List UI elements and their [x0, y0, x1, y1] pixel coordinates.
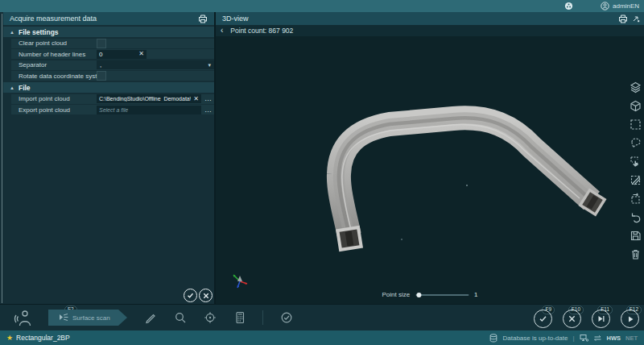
apply-button[interactable]	[184, 289, 197, 302]
point-count-label: Point count: 867 902	[230, 27, 293, 35]
undo-icon[interactable]	[630, 211, 642, 223]
collapse-info-icon[interactable]: ‹	[221, 27, 223, 35]
header-lines-value: 0	[99, 51, 136, 58]
view3d-header: 3D-view	[216, 12, 644, 25]
clear-value-icon[interactable]: ✕	[138, 51, 144, 57]
surface-scan-label: Surface scan	[72, 314, 110, 322]
field-label: Separator	[19, 61, 97, 69]
lasso-selection-icon[interactable]	[630, 137, 642, 149]
active-part-name[interactable]: Rectangular_2BP	[16, 334, 70, 342]
row-separator: Separator , ▾	[11, 60, 214, 70]
separator-select[interactable]: , ▾	[97, 60, 214, 69]
import-path-input[interactable]: C:\BendingStudio\Offline_Demodata\Demo_p…	[97, 94, 201, 103]
user-label: adminEN	[613, 2, 639, 10]
edit-pencil-icon[interactable]	[144, 311, 157, 324]
transform-selection-icon[interactable]	[630, 193, 642, 205]
dropdown-icon: ▾	[208, 62, 211, 69]
view3d-panel: 3D-view ‹ Point count: 867 902	[216, 12, 644, 305]
cube-view-icon[interactable]	[630, 100, 642, 112]
clear-point-cloud-checkbox[interactable]	[97, 39, 106, 48]
database-status: Database is up-to-date	[502, 335, 568, 342]
row-rotate-coordinates: Rotate data coordinate system	[11, 71, 214, 81]
collapse-icon: ▲	[10, 85, 14, 90]
row-import-point-cloud: Import point cloud C:\BendingStudio\Offl…	[11, 94, 214, 104]
surface-scan-button[interactable]: Surface scan	[48, 310, 127, 326]
favorite-star-icon[interactable]: ★	[6, 334, 13, 342]
acquire-panel-header: Acquire measurement data	[3, 12, 214, 25]
surface-scan-icon	[58, 313, 68, 322]
run-button[interactable]	[621, 310, 639, 328]
row-export-point-cloud: Export point cloud Select a file …	[11, 105, 214, 114]
panel-actions	[184, 289, 213, 302]
section-file[interactable]: ▲ File	[3, 82, 214, 93]
field-label: Rotate data coordinate system	[19, 73, 97, 80]
user-icon	[601, 2, 609, 10]
section-label: File settings	[19, 28, 59, 36]
field-label: Import point cloud	[19, 95, 97, 102]
hand-selection-icon[interactable]	[630, 156, 642, 168]
status-bar: ★ Rectangular_2BP Database is up-to-date…	[0, 330, 644, 345]
export-path-input[interactable]: Select a file	[97, 106, 201, 114]
point-count-bar: ‹ Point count: 867 902	[216, 25, 644, 36]
net-indicator: NET	[625, 335, 638, 342]
sync-icon	[593, 335, 602, 342]
save-icon[interactable]	[630, 230, 642, 242]
step-button[interactable]	[592, 310, 610, 328]
delete-points-icon[interactable]	[630, 248, 642, 260]
user-menu[interactable]: adminEN	[601, 2, 639, 10]
abort-button[interactable]	[563, 310, 581, 328]
hws-indicator: HWS	[607, 335, 621, 342]
browse-export-button[interactable]: …	[204, 108, 213, 112]
rotate-coordinates-checkbox[interactable]	[97, 71, 106, 81]
print-icon[interactable]	[198, 15, 208, 23]
field-label: Number of header lines	[19, 51, 97, 58]
header-lines-input[interactable]: 0 ✕	[97, 50, 147, 59]
hardware-icon	[580, 334, 588, 342]
bottom-toolbar: F2 Surface scan F9	[0, 304, 644, 330]
point-cloud-canvas[interactable]	[216, 36, 644, 305]
point-size-label: Point size	[382, 291, 410, 298]
detach-view-icon[interactable]	[632, 15, 640, 23]
search-icon[interactable]	[174, 311, 187, 324]
field-label: Export point cloud	[19, 106, 97, 114]
section-label: File	[19, 84, 31, 92]
operator-call-icon[interactable]	[13, 309, 34, 326]
browse-import-button[interactable]: …	[204, 97, 213, 101]
cancel-button[interactable]	[199, 289, 213, 302]
slider-handle[interactable]	[416, 293, 421, 297]
panel-title: Acquire measurement data	[10, 15, 198, 23]
view3d-title: 3D-view	[222, 15, 618, 23]
rectangle-selection-icon[interactable]	[630, 118, 642, 131]
measure-target-icon[interactable]	[204, 311, 217, 324]
status-divider: |	[572, 335, 574, 342]
top-bar: adminEN	[0, 0, 644, 12]
point-size-value: 1	[474, 291, 477, 298]
toolbar-divider	[262, 310, 263, 325]
settings-wheel-icon[interactable]	[564, 2, 573, 10]
fkey-buttons: F9 F10 F11 F12	[534, 307, 644, 328]
collapse-icon: ▲	[10, 30, 14, 35]
import-path-value: C:\BendingStudio\Offline_Demodata\Demo_p…	[99, 96, 191, 102]
export-placeholder: Select a file	[99, 107, 199, 113]
tube-end-left	[337, 227, 361, 250]
separator-value: ,	[100, 61, 208, 69]
field-label: Clear point cloud	[19, 39, 97, 47]
calculator-icon[interactable]	[233, 311, 246, 324]
isometric-view-icon[interactable]	[630, 81, 642, 94]
row-clear-point-cloud: Clear point cloud	[11, 39, 214, 48]
tube-point-cloud	[337, 118, 605, 250]
clear-import-icon[interactable]: ✕	[193, 96, 199, 102]
database-icon	[489, 334, 497, 343]
section-file-settings[interactable]: ▲ File settings	[3, 27, 214, 37]
verify-check-icon[interactable]	[280, 311, 293, 324]
accept-button[interactable]	[534, 310, 552, 328]
point-size-control: Point size 1	[382, 291, 477, 298]
slider-track	[415, 294, 469, 296]
point-size-slider[interactable]	[415, 292, 469, 298]
view-toolbar	[630, 81, 642, 260]
row-header-lines: Number of header lines 0 ✕	[11, 49, 214, 59]
print-view-icon[interactable]	[618, 15, 628, 23]
orientation-axes-icon	[230, 272, 250, 290]
deselect-icon[interactable]	[630, 174, 642, 186]
acquire-panel: Acquire measurement data ▲ File settings…	[0, 12, 216, 305]
